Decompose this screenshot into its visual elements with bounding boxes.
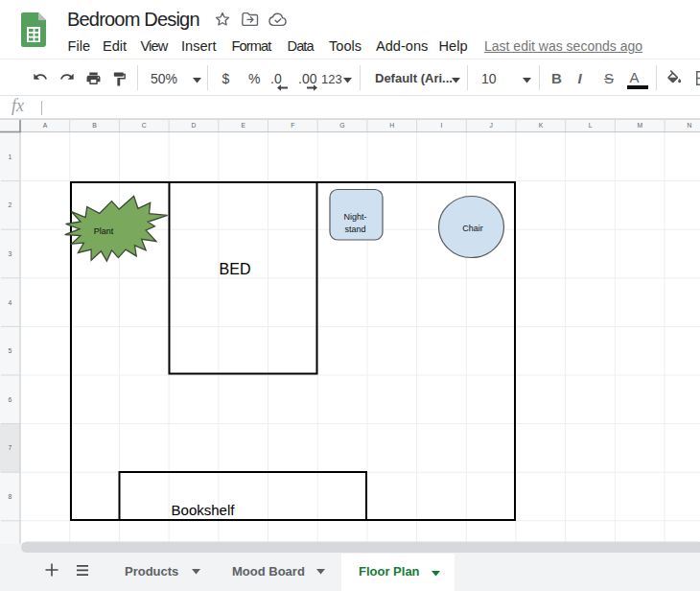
svg-text:I: I [441,122,443,129]
svg-text:5: 5 [9,347,12,354]
svg-text:J: J [489,122,492,129]
svg-text:2: 2 [9,201,12,208]
svg-text:N: N [688,122,692,129]
svg-text:E: E [241,122,245,129]
svg-text:K: K [539,122,544,129]
svg-text:Plant: Plant [94,226,114,236]
svg-text:D: D [192,122,197,129]
svg-text:Bookshelf: Bookshelf [172,502,236,518]
svg-text:Night-: Night- [343,212,366,222]
svg-text:6: 6 [9,396,12,403]
svg-text:Chair: Chair [462,224,483,233]
svg-text:3: 3 [9,250,12,257]
svg-text:BED: BED [220,261,251,277]
svg-text:1: 1 [9,154,12,160]
svg-text:M: M [637,122,642,129]
svg-text:4: 4 [9,299,12,306]
svg-text:L: L [589,122,593,129]
svg-text:C: C [142,122,147,129]
svg-text:B: B [92,122,97,129]
svg-text:F: F [291,122,294,129]
svg-text:H: H [389,122,394,129]
svg-text:7: 7 [9,444,12,451]
svg-text:G: G [339,122,344,129]
svg-text:stand: stand [344,225,365,234]
svg-text:A: A [43,122,48,129]
svg-text:8: 8 [9,493,12,500]
